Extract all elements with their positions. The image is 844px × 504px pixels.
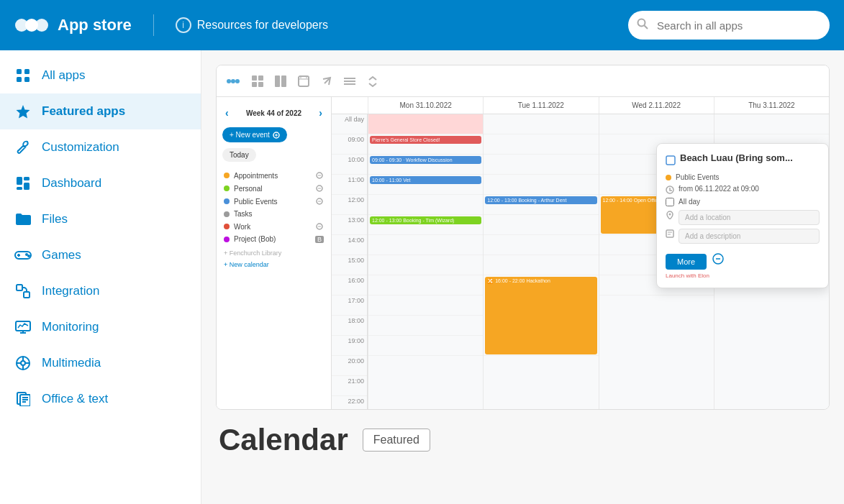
svg-point-37 <box>235 79 240 83</box>
app-store-title: App store <box>58 16 132 35</box>
popup-allday-row: All day <box>666 198 820 206</box>
sidebar-label-monitoring: Monitoring <box>42 320 99 334</box>
cal-category-appointments: Appointments <box>222 169 325 182</box>
event-hackathon[interactable]: 🔀 16:00 - 22:00 Hackathon <box>485 277 596 354</box>
popup-category-row: Public Events <box>666 173 820 181</box>
logo[interactable]: App store <box>14 14 132 36</box>
appointments-dot <box>224 173 230 178</box>
svg-point-25 <box>21 361 25 365</box>
calendar-preview: ‹ Week 44 of 2022 › + New event Today <box>217 65 829 409</box>
fenchurch-label: + Fenchurch Library <box>224 249 281 257</box>
sidebar-item-monitoring[interactable]: Monitoring <box>0 309 201 345</box>
cal-today-btn[interactable]: Today <box>222 148 256 162</box>
cal-header-thu: Thu 3.11.2022 <box>714 97 829 114</box>
event-booking-tim[interactable]: 12:00 - 13:00 Booking - Tim (Wizard) <box>370 216 481 224</box>
svg-point-36 <box>231 79 235 83</box>
event-workflow[interactable]: 09:00 - 09:30 · Workflow Discussion <box>370 156 481 164</box>
sidebar-item-featured-apps[interactable]: Featured apps <box>0 93 201 129</box>
gamepad-icon <box>14 247 32 264</box>
calendar-grid: Mon 31.10.2022 Tue 1.11.2022 Wed 2.11.20… <box>332 97 829 409</box>
time-1500: 15:00 <box>332 255 367 275</box>
cal-header-mon: Mon 31.10.2022 <box>368 97 483 114</box>
svg-rect-40 <box>252 82 257 87</box>
event-booking-arthur[interactable]: 12:00 - 13:00 Booking - Arthur Dent <box>485 196 596 204</box>
sidebar-item-all-apps[interactable]: All apps <box>0 58 201 93</box>
svg-marker-9 <box>17 105 30 119</box>
time-2000: 20:00 <box>332 356 367 376</box>
cal-category-personal: Personal <box>222 182 325 195</box>
app-title: Calendar <box>219 423 348 457</box>
popup-desc-field[interactable]: Add a description <box>679 229 820 244</box>
public-events-dot <box>224 198 230 204</box>
tasks-label: Tasks <box>234 210 253 218</box>
svg-rect-43 <box>281 75 286 87</box>
sidebar-item-office-text[interactable]: Office & text <box>0 381 201 417</box>
svg-rect-13 <box>17 187 22 190</box>
time-allday: All day <box>332 114 367 134</box>
search-wrap <box>628 11 830 40</box>
header: App store i Resources for developers <box>0 0 844 50</box>
calendar-body: ‹ Week 44 of 2022 › + New event Today <box>217 97 829 409</box>
tasks-dot <box>224 211 230 217</box>
integration-icon <box>14 283 32 300</box>
svg-rect-39 <box>258 75 263 81</box>
time-1000: 10:00 <box>332 155 367 175</box>
featured-badge: Featured <box>363 429 430 452</box>
cal-header-tue: Tue 1.11.2022 <box>483 97 598 114</box>
time-1600: 16:00 <box>332 275 367 295</box>
sidebar-item-dashboard[interactable]: Dashboard <box>0 165 201 201</box>
event-vet[interactable]: 10:00 - 11:00 Vet <box>370 176 481 184</box>
sidebar-label-office-text: Office & text <box>42 392 108 406</box>
cal-event-popup: Beach Luau (Bring som... Public Events f… <box>656 143 829 288</box>
sidebar-item-multimedia[interactable]: Multimedia <box>0 345 201 381</box>
popup-allday-checkbox[interactable] <box>666 198 674 206</box>
svg-point-64 <box>669 214 671 216</box>
project-dot <box>224 237 230 242</box>
sidebar-label-dashboard: Dashboard <box>42 176 101 191</box>
popup-datetime: from 06.11.2022 at 09:00 <box>679 185 759 193</box>
calendar-sidebar: ‹ Week 44 of 2022 › + New event Today <box>217 97 332 409</box>
cal-add-calendar[interactable]: + Fenchurch Library <box>224 249 324 257</box>
popup-location-field[interactable]: Add a location <box>679 210 820 225</box>
cal-prev-btn[interactable]: ‹ <box>225 107 229 119</box>
popup-more-btn[interactable]: More <box>666 254 707 270</box>
sidebar: All apps Featured apps Customization <box>0 50 201 504</box>
cal-category-project: Project (Bob) B <box>222 233 325 245</box>
time-0900: 09:00 <box>332 134 367 155</box>
cal-next-btn[interactable]: › <box>319 107 322 119</box>
time-2100: 21:00 <box>332 376 367 396</box>
cal-time-header <box>332 97 368 114</box>
svg-rect-19 <box>17 285 22 290</box>
sidebar-item-integration[interactable]: Integration <box>0 273 201 309</box>
grid-icon <box>14 67 32 84</box>
svg-rect-38 <box>252 75 257 81</box>
svg-rect-12 <box>24 183 30 190</box>
resources-link[interactable]: i Resources for developers <box>176 17 328 33</box>
cal-new-calendar[interactable]: + New calendar <box>224 261 324 268</box>
dashboard-icon <box>14 175 32 192</box>
sidebar-item-games[interactable]: Games <box>0 237 201 273</box>
svg-rect-8 <box>24 77 30 82</box>
work-dot <box>224 224 230 229</box>
search-icon <box>637 18 648 32</box>
svg-rect-44 <box>299 76 309 86</box>
time-1400: 14:00 <box>332 235 367 255</box>
time-1300: 13:00 <box>332 215 367 235</box>
cal-col-tue: 12:00 - 13:00 Booking - Arthur Dent 🔀 16… <box>483 114 598 409</box>
app-info: Calendar Featured <box>216 423 830 457</box>
app-screenshot: ‹ Week 44 of 2022 › + New event Today <box>216 65 830 410</box>
svg-point-3 <box>638 19 645 27</box>
public-events-label: Public Events <box>234 198 278 206</box>
time-2200: 22:00 <box>332 396 367 409</box>
cal-new-event-btn[interactable]: + New event <box>222 127 287 142</box>
svg-rect-11 <box>24 177 30 180</box>
cal-header-wed: Wed 2.11.2022 <box>599 97 714 114</box>
event-pierres[interactable]: Pierre's General Store Closed! <box>370 136 481 144</box>
svg-rect-10 <box>17 177 22 185</box>
svg-point-2 <box>35 19 48 32</box>
sidebar-label-integration: Integration <box>42 284 99 298</box>
sidebar-item-customization[interactable]: Customization <box>0 129 201 165</box>
sidebar-item-files[interactable]: Files <box>0 201 201 237</box>
personal-dot <box>224 185 230 191</box>
search-input[interactable] <box>628 11 830 40</box>
